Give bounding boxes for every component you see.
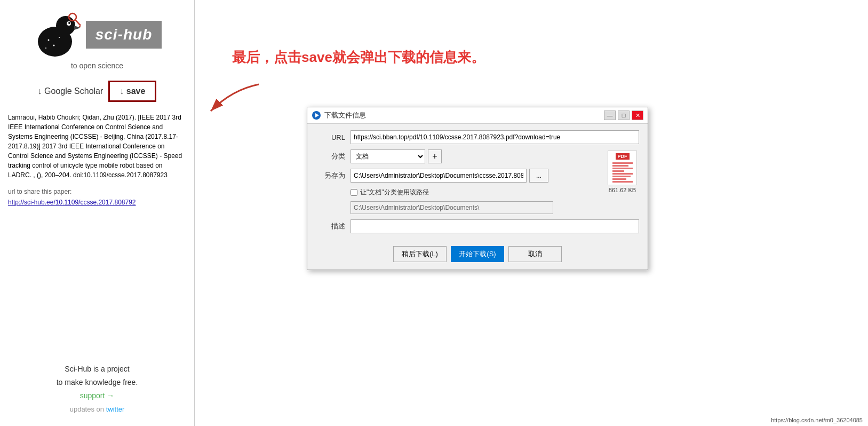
logo-area: sci-hub [33, 11, 162, 59]
saveas-row: 另存为 ... [316, 169, 639, 183]
category-row: 分类 文档 + [316, 149, 639, 163]
cancel-button[interactable]: 取消 [508, 246, 562, 262]
dialog-controls: — □ ✕ [604, 111, 643, 120]
path-hint-input [351, 201, 553, 214]
svg-point-1 [56, 16, 75, 35]
desc-row: 描述 [316, 219, 639, 233]
close-button[interactable]: ✕ [632, 111, 643, 120]
updates-text: updates on [70, 405, 106, 413]
twitter-link[interactable]: twitter [106, 405, 125, 413]
svg-line-10 [75, 20, 81, 27]
scihub-bird-logo [33, 11, 81, 59]
url-label: URL [316, 133, 345, 141]
desc-label: 描述 [316, 222, 345, 231]
use-path-checkbox[interactable] [351, 189, 357, 196]
svg-point-5 [47, 40, 49, 41]
right-area: 最后，点击save就会弹出下载的信息来。 下载文件信息 [200, 0, 868, 426]
share-url-container: http://sci-hub.ee/10.1109/ccsse.2017.808… [8, 197, 186, 207]
maximize-button[interactable]: □ [618, 111, 630, 120]
dialog-footer: 稍后下载(L) 开始下载(S) 取消 [307, 246, 648, 270]
saveas-label: 另存为 [316, 171, 345, 180]
share-label: url to share this paper: [8, 188, 186, 195]
pdf-thumbnail: PDF 861.62 KB [608, 151, 637, 193]
pdf-label: PDF [616, 153, 630, 160]
saveas-controls: ... [351, 169, 548, 183]
minimize-button[interactable]: — [604, 111, 616, 120]
share-url-link[interactable]: http://sci-hub.ee/10.1109/ccsse.2017.808… [8, 199, 136, 206]
checkbox-row: 让"文档"分类使用该路径 [316, 188, 639, 197]
category-select[interactable]: 文档 [351, 149, 425, 163]
path-hint [351, 201, 639, 214]
svg-point-6 [53, 45, 54, 46]
browse-button[interactable]: ... [529, 169, 548, 183]
saveas-input[interactable] [351, 169, 527, 183]
footer-line1: Sci-Hub is a project [57, 362, 138, 376]
file-size: 861.62 KB [608, 187, 637, 193]
arrow-annotation [200, 79, 264, 124]
svg-point-3 [68, 22, 70, 24]
footer-line2: to make knowledge free. [57, 376, 138, 389]
dialog-title-text: 下载文件信息 [324, 111, 366, 120]
url-input[interactable] [351, 130, 639, 144]
download-dialog: 下载文件信息 — □ ✕ PDF [307, 107, 648, 270]
category-controls: 文档 + [351, 149, 442, 163]
paper-info: Lamraoui, Habib Choukri; Qidan, Zhu (201… [8, 113, 186, 180]
url-row: URL [316, 130, 639, 144]
desc-input[interactable] [351, 219, 639, 233]
google-scholar-link[interactable]: ↓ Google Scholar [38, 86, 103, 96]
save-button[interactable]: ↓ save [108, 81, 156, 102]
later-download-button[interactable]: 稍后下载(L) [393, 246, 447, 262]
footer-scihub: Sci-Hub is a project to make knowledge f… [57, 362, 138, 415]
paper-citation: Lamraoui, Habib Choukri; Qidan, Zhu (201… [8, 114, 182, 179]
left-panel: sci-hub to open science ↓ Google Scholar… [0, 0, 195, 426]
pdf-lines [612, 161, 633, 184]
svg-point-7 [59, 37, 60, 38]
add-category-button[interactable]: + [428, 149, 442, 163]
start-download-button[interactable]: 开始下载(S) [451, 246, 504, 262]
checkbox-label: 让"文档"分类使用该路径 [360, 188, 429, 197]
svg-point-8 [45, 48, 46, 49]
scihub-title: sci-hub [86, 21, 162, 49]
dialog-titlebar-left: 下载文件信息 [312, 111, 366, 120]
instruction-text: 最后，点击save就会弹出下载的信息来。 [232, 48, 485, 67]
bottom-url: https://blog.csdn.net/m0_36204085 [771, 417, 863, 423]
svg-line-11 [80, 23, 81, 25]
dialog-body: PDF 861.62 KB URL [307, 124, 648, 246]
tagline: to open science [71, 61, 123, 70]
idm-icon [312, 111, 321, 120]
updates-line: updates on twitter [57, 403, 138, 415]
support-link[interactable]: support → [80, 391, 115, 400]
dialog-titlebar: 下载文件信息 — □ ✕ [307, 107, 648, 124]
nav-buttons: ↓ Google Scholar ↓ save [8, 81, 186, 102]
category-label: 分类 [316, 152, 345, 161]
pdf-icon-box: PDF [608, 151, 637, 185]
